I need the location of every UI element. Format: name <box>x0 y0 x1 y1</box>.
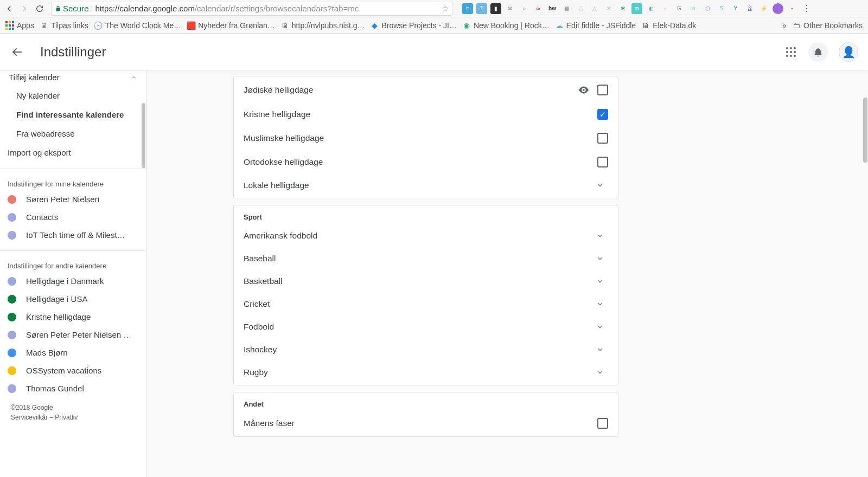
chevron-down-icon <box>596 255 608 262</box>
bookmark-item[interactable]: ◆Browse Projects - JI… <box>370 21 456 30</box>
svg-point-16 <box>786 55 788 57</box>
calendar-label: Søren Peter Nielsen <box>26 195 99 204</box>
sport-label: Ishockey <box>244 345 277 354</box>
sport-row[interactable]: Baseball <box>234 247 618 270</box>
url-text: https://calendar.google.com/calendar/r/s… <box>95 4 359 13</box>
ext-icon[interactable]: □ <box>462 3 473 14</box>
ext-icon[interactable]: ⬚ <box>575 3 586 14</box>
ext-icon[interactable]: ▦ <box>561 3 572 14</box>
ext-icon[interactable]: ⏱ <box>476 3 487 14</box>
ext-icon[interactable]: ◐ <box>646 3 656 14</box>
calendar-item[interactable]: Kristne helligdage <box>0 308 146 326</box>
calendar-item[interactable]: Søren Peter Nielsen <box>0 190 146 208</box>
google-apps-button[interactable] <box>784 46 797 59</box>
nav-forward-button[interactable] <box>18 3 30 15</box>
chevron-down-icon <box>596 182 608 189</box>
calendar-item[interactable]: Helligdage i Danmark <box>0 272 146 290</box>
sport-row[interactable]: Rugby <box>234 361 618 384</box>
svg-rect-7 <box>5 28 8 30</box>
sidebar-add-calendar-header[interactable]: Tilføj kalender <box>0 70 146 86</box>
sport-row[interactable]: Ishockey <box>234 338 618 361</box>
sidebar-scrollbar-thumb[interactable] <box>142 103 145 168</box>
ext-icon[interactable]: ⎚ <box>688 3 699 14</box>
ext-icon[interactable]: ⬡ <box>702 3 713 14</box>
bookmark-item[interactable]: 🗎Tilpas links <box>40 21 88 30</box>
sport-card: Sport Amerikansk fodbold Baseball Basket… <box>233 205 618 385</box>
preview-icon[interactable] <box>578 84 590 96</box>
sidebar-item-from-url[interactable]: Fra webadresse <box>0 124 146 143</box>
sport-label: Basketball <box>244 276 283 286</box>
calendar-item[interactable]: Thomas Gundel <box>0 379 146 397</box>
calendar-item[interactable]: Helligdage i USA <box>0 290 146 308</box>
sidebar-item-browse-calendars[interactable]: Find interessante kalendere <box>0 105 146 124</box>
holiday-label: Muslimske helligdage <box>244 133 324 143</box>
ext-icon[interactable]: m <box>631 3 642 14</box>
ext-icon[interactable]: 🖨 <box>744 3 755 14</box>
sport-row[interactable]: Fodbold <box>234 315 618 338</box>
subscribe-checkbox[interactable]: ✓ <box>597 109 608 120</box>
sport-row[interactable]: Basketball <box>234 270 618 293</box>
bookmark-item[interactable]: 🟥Nyheder fra Grønlan… <box>187 21 275 30</box>
ext-icon[interactable]: ▮ <box>490 3 501 14</box>
chevron-down-icon <box>596 346 608 353</box>
back-button[interactable] <box>10 45 24 59</box>
subscribe-checkbox[interactable] <box>597 85 608 95</box>
ext-icon[interactable]: ✱ <box>617 3 628 14</box>
calendar-label: Helligdage i Danmark <box>26 276 104 286</box>
subscribe-checkbox[interactable] <box>597 133 608 144</box>
nav-reload-button[interactable] <box>34 3 46 15</box>
ext-icon[interactable]: ✕ <box>603 3 614 14</box>
other-label: Månens faser <box>244 418 295 428</box>
main-scrollbar-thumb[interactable] <box>863 98 867 163</box>
ext-icon[interactable]: ▪ <box>787 3 797 14</box>
subscribe-checkbox[interactable] <box>597 418 608 429</box>
ext-icon[interactable]: △ <box>589 3 600 14</box>
ext-icon[interactable]: ∞ <box>533 3 544 14</box>
svg-point-18 <box>794 55 796 57</box>
calendar-item[interactable]: Contacts <box>0 208 146 226</box>
user-avatar[interactable]: 👤 <box>839 42 858 62</box>
sport-label: Fodbold <box>244 322 274 332</box>
ext-icon[interactable]: ✉ <box>505 3 515 14</box>
url-bar[interactable]: Secure | https://calendar.google.com/cal… <box>51 2 452 16</box>
bookmark-star-icon[interactable]: ☆ <box>442 4 449 14</box>
ext-icon[interactable]: ▫ <box>660 3 671 14</box>
sport-row[interactable]: Cricket <box>234 293 618 315</box>
ext-icon[interactable]: S <box>716 3 727 14</box>
calendar-color-dot <box>8 195 16 204</box>
notifications-button[interactable] <box>808 42 828 62</box>
bookmark-item[interactable]: 🗎http://nvlpubs.nist.g… <box>280 21 365 30</box>
bookmark-item[interactable]: 🕓The World Clock Me… <box>94 21 182 30</box>
calendar-item[interactable]: IoT Tech time off & Milest… <box>0 226 146 244</box>
bookmark-apps[interactable]: Apps <box>5 21 34 30</box>
bookmarks-overflow[interactable]: » <box>782 21 787 30</box>
bookmark-item[interactable]: 🗎Elek-Data.dk <box>641 21 696 30</box>
other-bookmarks[interactable]: 🗀Other Bookmarks <box>792 21 863 30</box>
svg-point-14 <box>790 51 792 53</box>
sidebar-item-import-export[interactable]: Import og eksport <box>0 143 146 162</box>
holiday-label: Jødiske helligdage <box>244 85 313 95</box>
ext-icon[interactable]: bw <box>547 3 558 14</box>
sidebar-item-new-calendar[interactable]: Ny kalender <box>0 86 146 105</box>
local-holidays-expand[interactable]: Lokale helligdage <box>234 174 618 197</box>
ext-icon[interactable]: G <box>674 3 685 14</box>
news-icon: 🟥 <box>187 21 195 30</box>
ext-icon[interactable]: ○ <box>519 3 529 14</box>
nav-back-button[interactable] <box>3 3 15 15</box>
bookmark-item[interactable]: ◉New Booking | Rock… <box>462 21 550 30</box>
page-title: Indstillinger <box>40 44 106 60</box>
holiday-row: Muslimske helligdage <box>234 126 618 150</box>
calendar-item[interactable]: OSSystem vacations <box>0 362 146 379</box>
chrome-menu-button[interactable]: ⋮ <box>801 3 813 15</box>
sport-row[interactable]: Amerikansk fodbold <box>234 224 618 247</box>
other-card: Andet Månens faser <box>233 392 618 437</box>
ext-icon[interactable]: Y <box>730 3 741 14</box>
ext-icon[interactable] <box>773 3 783 14</box>
ext-icon[interactable]: ⚡ <box>758 3 769 14</box>
calendar-item[interactable]: Søren Peter Peter Nielsen … <box>0 326 146 344</box>
bookmark-item[interactable]: ☁Edit fiddle - JSFiddle <box>555 21 636 30</box>
calendar-color-dot <box>8 384 16 393</box>
page-icon: 🗎 <box>641 21 650 30</box>
calendar-item[interactable]: Mads Bjørn <box>0 344 146 362</box>
subscribe-checkbox[interactable] <box>597 157 608 167</box>
